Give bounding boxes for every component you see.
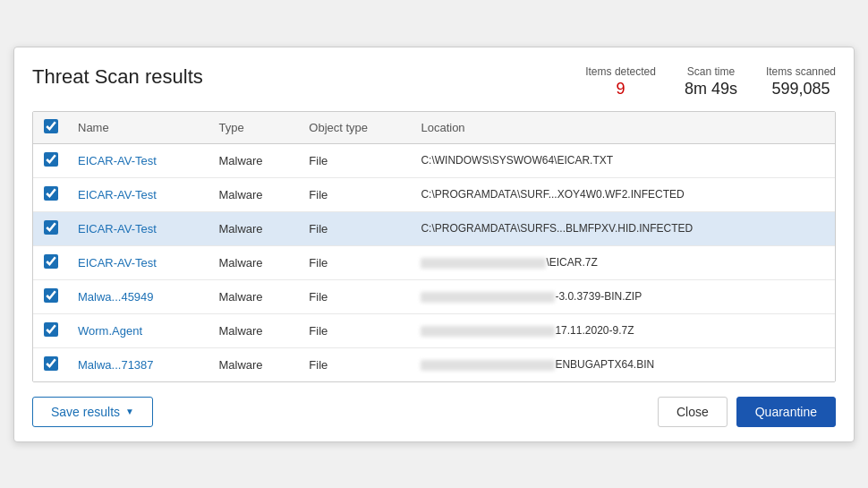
items-detected-label: Items detected — [585, 65, 656, 78]
threat-name-link[interactable]: EICAR-AV-Test — [78, 154, 157, 167]
quarantine-button[interactable]: Quarantine — [736, 397, 836, 427]
blurred-path — [421, 292, 555, 303]
location-suffix: ENBUGAPTX64.BIN — [555, 358, 654, 371]
row-name: EICAR-AV-Test — [69, 211, 209, 245]
stats-row: Items detected 9 Scan time 8m 49s Items … — [585, 65, 836, 98]
threat-name-link[interactable]: Worm.Agent — [78, 324, 142, 338]
row-checkbox[interactable] — [44, 186, 58, 201]
row-name: Worm.Agent — [69, 313, 209, 347]
threat-name-link[interactable]: Malwa...71387 — [78, 358, 154, 372]
results-table: Name Type Object type Location EICAR-AV-… — [33, 112, 835, 381]
row-location: \EICAR.7Z — [412, 245, 835, 279]
table-row: EICAR-AV-TestMalwareFileC:\PROGRAMDATA\S… — [33, 177, 835, 211]
row-type: Malware — [209, 245, 300, 279]
row-name: Malwa...71387 — [69, 347, 209, 381]
blurred-path — [421, 326, 555, 337]
threat-scan-dialog: Threat Scan results Items detected 9 Sca… — [13, 47, 855, 442]
row-checkbox-cell — [33, 279, 69, 313]
row-location: ENBUGAPTX64.BIN — [412, 347, 835, 381]
row-object-type: File — [300, 143, 412, 177]
row-checkbox-cell — [33, 177, 69, 211]
row-object-type: File — [300, 347, 412, 381]
row-location: C:\WINDOWS\SYSWOW64\EICAR.TXT — [412, 143, 835, 177]
header-location: Location — [412, 112, 835, 144]
threat-name-link[interactable]: Malwa...45949 — [78, 290, 154, 304]
items-scanned-value: 599,085 — [771, 80, 830, 98]
row-object-type: File — [300, 177, 412, 211]
blurred-path — [421, 360, 555, 371]
save-results-button[interactable]: Save results ▼ — [32, 397, 153, 427]
scan-time-value: 8m 49s — [685, 80, 737, 98]
items-detected-value: 9 — [617, 80, 625, 98]
save-results-label: Save results — [51, 405, 120, 419]
table-row: Malwa...71387MalwareFileENBUGAPTX64.BIN — [33, 347, 835, 381]
row-object-type: File — [300, 279, 412, 313]
row-location: 17.11.2020-9.7Z — [412, 313, 835, 347]
scan-time-label: Scan time — [687, 65, 735, 78]
location-suffix: \EICAR.7Z — [546, 256, 597, 269]
row-type: Malware — [209, 347, 300, 381]
threat-name-link[interactable]: EICAR-AV-Test — [78, 188, 157, 201]
row-checkbox[interactable] — [44, 288, 58, 303]
row-type: Malware — [209, 313, 300, 347]
stat-scan-time: Scan time 8m 49s — [685, 65, 737, 98]
stat-items-scanned: Items scanned 599,085 — [766, 65, 836, 98]
row-name: EICAR-AV-Test — [69, 143, 209, 177]
table-row: Worm.AgentMalwareFile17.11.2020-9.7Z — [33, 313, 835, 347]
row-location: C:\PROGRAMDATA\SURFS...BLMFPXV.HID.INFEC… — [412, 211, 835, 245]
header-row: Threat Scan results Items detected 9 Sca… — [32, 65, 836, 98]
row-checkbox-cell — [33, 211, 69, 245]
row-location: C:\PROGRAMDATA\SURF...XOY4W0.WF2.INFECTE… — [412, 177, 835, 211]
row-checkbox-cell — [33, 347, 69, 381]
threat-name-link[interactable]: EICAR-AV-Test — [78, 222, 157, 235]
header-name: Name — [69, 112, 209, 144]
results-table-container: Name Type Object type Location EICAR-AV-… — [32, 111, 836, 382]
row-checkbox[interactable] — [44, 356, 58, 371]
footer-right-buttons: Close Quarantine — [658, 397, 836, 427]
row-type: Malware — [209, 177, 300, 211]
blurred-path — [421, 258, 546, 269]
header-type: Type — [209, 112, 300, 144]
table-header-row: Name Type Object type Location — [33, 112, 835, 144]
row-type: Malware — [209, 279, 300, 313]
header-checkbox-col — [33, 112, 69, 144]
row-object-type: File — [300, 313, 412, 347]
row-checkbox-cell — [33, 313, 69, 347]
row-object-type: File — [300, 245, 412, 279]
table-row: EICAR-AV-TestMalwareFileC:\WINDOWS\SYSWO… — [33, 143, 835, 177]
stat-items-detected: Items detected 9 — [585, 65, 656, 98]
row-name: EICAR-AV-Test — [69, 177, 209, 211]
close-button[interactable]: Close — [658, 397, 728, 427]
row-location: -3.0.3739-BIN.ZIP — [412, 279, 835, 313]
row-type: Malware — [209, 211, 300, 245]
chevron-down-icon: ▼ — [125, 407, 134, 416]
threat-name-link[interactable]: EICAR-AV-Test — [78, 256, 157, 270]
table-row: Malwa...45949MalwareFile-3.0.3739-BIN.ZI… — [33, 279, 835, 313]
row-name: Malwa...45949 — [69, 279, 209, 313]
select-all-checkbox[interactable] — [44, 119, 58, 133]
location-suffix: -3.0.3739-BIN.ZIP — [555, 290, 642, 303]
row-type: Malware — [209, 143, 300, 177]
dialog-title: Threat Scan results — [32, 65, 203, 89]
table-row: EICAR-AV-TestMalwareFileC:\PROGRAMDATA\S… — [33, 211, 835, 245]
row-checkbox[interactable] — [44, 220, 58, 235]
table-row: EICAR-AV-TestMalwareFile\EICAR.7Z — [33, 245, 835, 279]
items-scanned-label: Items scanned — [766, 65, 836, 78]
row-checkbox[interactable] — [44, 322, 58, 337]
row-checkbox[interactable] — [44, 152, 58, 167]
row-checkbox-cell — [33, 245, 69, 279]
row-object-type: File — [300, 211, 412, 245]
row-checkbox-cell — [33, 143, 69, 177]
row-checkbox[interactable] — [44, 254, 58, 269]
table-scroll-area[interactable]: Name Type Object type Location EICAR-AV-… — [33, 112, 835, 381]
footer-row: Save results ▼ Close Quarantine — [32, 397, 836, 427]
header-object-type: Object type — [300, 112, 412, 144]
row-name: EICAR-AV-Test — [69, 245, 209, 279]
location-suffix: 17.11.2020-9.7Z — [555, 324, 634, 337]
